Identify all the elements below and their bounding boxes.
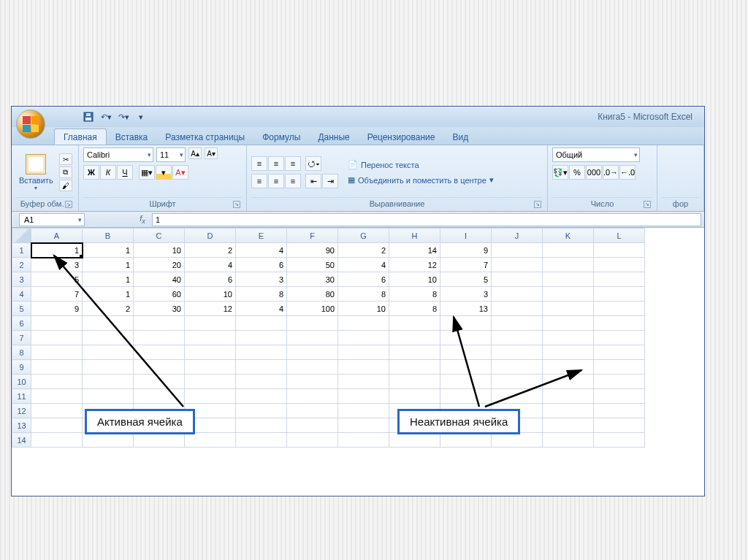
row-header[interactable]: 8 bbox=[12, 345, 31, 360]
cell[interactable] bbox=[543, 418, 594, 433]
cell[interactable]: 4 bbox=[185, 258, 236, 272]
cell[interactable]: 3 bbox=[440, 287, 492, 302]
row-header[interactable]: 1 bbox=[12, 243, 31, 258]
cell[interactable] bbox=[492, 316, 543, 331]
column-header[interactable]: D bbox=[185, 229, 236, 243]
column-header[interactable]: I bbox=[440, 229, 492, 243]
cell[interactable] bbox=[134, 360, 185, 375]
cell[interactable] bbox=[594, 287, 645, 302]
cell[interactable]: 1 bbox=[83, 258, 134, 272]
redo-icon[interactable]: ↷▾ bbox=[117, 110, 130, 123]
cell[interactable] bbox=[338, 345, 389, 360]
cell[interactable]: 1 bbox=[83, 272, 134, 287]
cell[interactable] bbox=[287, 360, 338, 375]
cell[interactable] bbox=[236, 418, 287, 433]
tab-insert[interactable]: Вставка bbox=[107, 129, 157, 145]
number-format-combo[interactable]: Общий bbox=[552, 147, 640, 162]
merge-center-button[interactable]: ▦ Объединить и поместить в центре ▾ bbox=[344, 173, 497, 187]
cell[interactable] bbox=[83, 375, 134, 389]
undo-icon[interactable]: ↶▾ bbox=[99, 110, 112, 123]
cell[interactable] bbox=[134, 316, 185, 331]
cell[interactable] bbox=[389, 433, 440, 448]
cell[interactable] bbox=[31, 316, 83, 331]
cell[interactable] bbox=[594, 258, 645, 272]
align-left-icon[interactable]: ≡ bbox=[251, 174, 267, 188]
cell[interactable] bbox=[389, 389, 440, 404]
cell[interactable]: 13 bbox=[440, 302, 492, 316]
italic-button[interactable]: К bbox=[100, 165, 116, 180]
cell[interactable] bbox=[236, 345, 287, 360]
column-header[interactable]: C bbox=[134, 229, 185, 243]
cell[interactable]: 30 bbox=[287, 272, 338, 287]
border-button[interactable]: ▦▾ bbox=[139, 165, 155, 180]
cell[interactable] bbox=[83, 360, 134, 375]
align-center-icon[interactable]: ≡ bbox=[268, 174, 284, 188]
currency-button[interactable]: 💱▾ bbox=[552, 165, 568, 180]
cell[interactable] bbox=[287, 331, 338, 345]
tab-page-layout[interactable]: Разметка страницы bbox=[156, 129, 253, 145]
cell[interactable] bbox=[83, 433, 134, 448]
cell[interactable]: 50 bbox=[287, 258, 338, 272]
cell[interactable]: 8 bbox=[236, 287, 287, 302]
cell[interactable] bbox=[594, 389, 645, 404]
percent-button[interactable]: % bbox=[569, 165, 585, 180]
row-header[interactable]: 7 bbox=[12, 331, 31, 345]
cell[interactable]: 6 bbox=[185, 272, 236, 287]
cell[interactable] bbox=[543, 302, 594, 316]
cell[interactable] bbox=[287, 375, 338, 389]
cell[interactable] bbox=[594, 345, 645, 360]
cell[interactable] bbox=[594, 375, 645, 389]
cell[interactable] bbox=[594, 418, 645, 433]
cell[interactable] bbox=[31, 404, 83, 418]
cell[interactable] bbox=[31, 375, 83, 389]
font-color-button[interactable]: A▾ bbox=[172, 165, 188, 180]
cell[interactable] bbox=[492, 272, 543, 287]
increase-indent-icon[interactable]: ⇥ bbox=[322, 174, 338, 188]
row-header[interactable]: 4 bbox=[12, 287, 31, 302]
column-header[interactable]: F bbox=[287, 229, 338, 243]
cell[interactable]: 90 bbox=[287, 243, 338, 258]
cell[interactable] bbox=[236, 360, 287, 375]
font-size-combo[interactable]: 11 bbox=[156, 147, 186, 162]
cell[interactable] bbox=[134, 375, 185, 389]
cell[interactable] bbox=[185, 375, 236, 389]
cell[interactable] bbox=[287, 389, 338, 404]
name-box[interactable]: A1 bbox=[19, 213, 85, 226]
cell[interactable] bbox=[338, 418, 389, 433]
cell[interactable] bbox=[543, 287, 594, 302]
cell[interactable] bbox=[83, 345, 134, 360]
underline-button[interactable]: Ч bbox=[117, 165, 133, 180]
alignment-launcher-icon[interactable]: ↘ bbox=[534, 201, 541, 208]
wrap-text-button[interactable]: 📄 Перенос текста bbox=[344, 158, 497, 172]
row-header[interactable]: 14 bbox=[12, 433, 31, 448]
cell[interactable]: 80 bbox=[287, 287, 338, 302]
cell[interactable]: 3 bbox=[236, 272, 287, 287]
cell[interactable] bbox=[594, 243, 645, 258]
tab-home[interactable]: Главная bbox=[54, 129, 107, 145]
cell[interactable] bbox=[492, 302, 543, 316]
cell[interactable] bbox=[492, 331, 543, 345]
cell[interactable] bbox=[338, 316, 389, 331]
cell[interactable] bbox=[236, 433, 287, 448]
cell[interactable] bbox=[594, 404, 645, 418]
column-header[interactable]: E bbox=[236, 229, 287, 243]
cell[interactable] bbox=[440, 345, 492, 360]
cell[interactable] bbox=[236, 375, 287, 389]
cell[interactable]: 6 bbox=[338, 272, 389, 287]
cell[interactable] bbox=[236, 404, 287, 418]
decrease-decimal-icon[interactable]: ←.0 bbox=[619, 165, 636, 180]
cell[interactable]: 7 bbox=[440, 258, 492, 272]
cell[interactable]: 5 bbox=[31, 272, 83, 287]
cell[interactable]: 9 bbox=[31, 302, 83, 316]
column-header[interactable]: B bbox=[83, 229, 134, 243]
cell[interactable]: 10 bbox=[185, 287, 236, 302]
cell[interactable] bbox=[543, 316, 594, 331]
cell[interactable]: 10 bbox=[389, 272, 440, 287]
row-header[interactable]: 9 bbox=[12, 360, 31, 375]
increase-decimal-icon[interactable]: .0→ bbox=[603, 165, 619, 180]
cell[interactable] bbox=[543, 331, 594, 345]
cell[interactable] bbox=[338, 433, 389, 448]
cell[interactable]: 2 bbox=[338, 243, 389, 258]
cell[interactable]: 3 bbox=[31, 258, 83, 272]
cell[interactable] bbox=[236, 389, 287, 404]
